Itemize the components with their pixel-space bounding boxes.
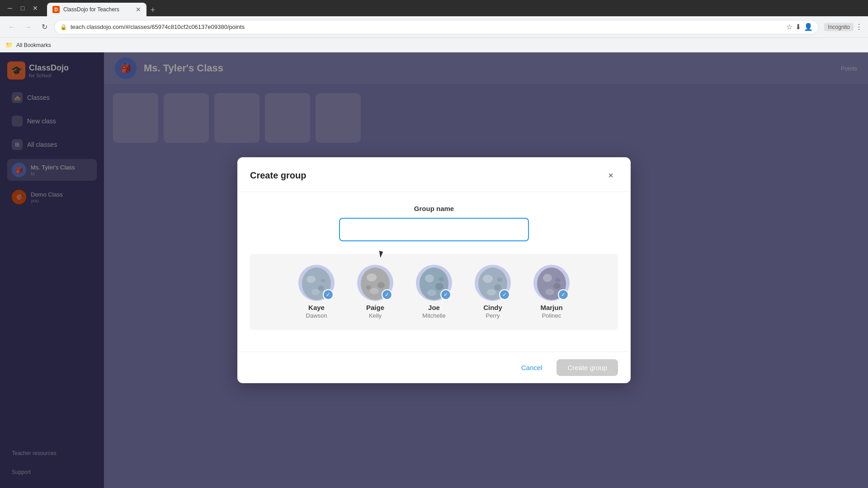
tab-bar: D ClassDojo for Teachers ✕ +: [47, 0, 159, 16]
browser-frame: ─ □ ✕ D ClassDojo for Teachers ✕ + ← → ↻…: [0, 0, 868, 488]
check-badge-marjun: ✓: [558, 289, 569, 300]
bookmarks-label[interactable]: All Bookmarks: [16, 42, 51, 48]
cancel-button[interactable]: Cancel: [514, 359, 550, 376]
modal-header: Create group ×: [237, 157, 631, 192]
group-name-label: Group name: [250, 205, 618, 212]
forward-button[interactable]: →: [22, 21, 34, 33]
address-icons: ☆ ⬇ 👤: [786, 23, 813, 31]
svg-point-12: [435, 283, 443, 290]
student-paige-first: Paige: [366, 304, 384, 311]
modal-footer: Cancel Create group: [237, 352, 631, 383]
incognito-badge: Incognito: [824, 23, 854, 31]
student-card-cindy[interactable]: ✓ Cindy Perry: [468, 265, 518, 319]
maximize-button[interactable]: □: [18, 4, 27, 13]
minimize-button[interactable]: ─: [5, 4, 14, 13]
check-badge-paige: ✓: [382, 289, 392, 300]
tab-close-icon[interactable]: ✕: [136, 6, 141, 13]
svg-point-16: [483, 275, 493, 283]
modal-title: Create group: [250, 170, 306, 181]
bookmarks-bar: 📁 All Bookmarks: [0, 38, 868, 52]
menu-icon[interactable]: ⋮: [855, 23, 863, 31]
svg-point-22: [553, 283, 561, 289]
bookmarks-folder-icon: 📁: [5, 42, 13, 48]
student-card-joe[interactable]: ✓ Joe Mitchelle: [409, 265, 459, 319]
svg-point-21: [543, 274, 552, 282]
student-kaye-first: Kaye: [308, 304, 325, 311]
student-marjun-last: Polinec: [542, 312, 561, 319]
modal-close-button[interactable]: ×: [604, 168, 618, 183]
student-avatar-cindy: ✓: [475, 265, 511, 301]
address-text: teach.classdojo.com/#/classes/65974c810c…: [71, 23, 783, 30]
nav-extras: Incognito ⋮: [824, 23, 863, 31]
create-group-modal: Create group × Group name: [237, 157, 631, 383]
modal-overlay: Create group × Group name: [0, 52, 868, 488]
student-paige-last: Kelly: [369, 312, 382, 319]
student-cindy-first: Cindy: [483, 304, 502, 311]
student-joe-first: Joe: [428, 304, 440, 311]
svg-point-9: [366, 285, 371, 290]
tab-favicon: D: [52, 6, 60, 13]
student-card-paige[interactable]: ✓ Paige Kelly: [350, 265, 400, 319]
student-kaye-last: Dawson: [306, 312, 327, 319]
svg-point-8: [370, 288, 379, 294]
check-badge-kaye: ✓: [323, 289, 334, 300]
group-name-input[interactable]: [339, 218, 529, 241]
svg-point-3: [311, 289, 320, 295]
back-button[interactable]: ←: [5, 21, 18, 33]
svg-point-24: [555, 278, 561, 282]
create-group-button[interactable]: Create group: [557, 359, 618, 376]
download-icon[interactable]: ⬇: [795, 23, 801, 31]
student-avatar-kaye: ✓: [298, 265, 335, 301]
student-card-marjun[interactable]: ✓ Marjun Polinec: [527, 265, 576, 319]
student-joe-last: Mitchelle: [422, 312, 445, 319]
student-avatar-joe: ✓: [416, 265, 452, 301]
profile-icon[interactable]: 👤: [804, 23, 813, 31]
svg-point-7: [377, 282, 385, 288]
svg-point-1: [307, 276, 316, 283]
student-avatar-marjun: ✓: [533, 265, 570, 301]
active-tab[interactable]: D ClassDojo for Teachers ✕: [47, 3, 146, 16]
content-area: 🎓 ClassDojo for School 🏫 Classes ➕ New c…: [0, 52, 868, 488]
svg-point-14: [439, 277, 444, 282]
svg-point-13: [427, 290, 436, 296]
address-bar[interactable]: 🔒 teach.classdojo.com/#/classes/65974c81…: [54, 20, 819, 34]
svg-point-23: [545, 289, 554, 295]
modal-body: Group name: [237, 192, 631, 352]
svg-point-11: [425, 274, 434, 282]
check-badge-cindy: ✓: [499, 289, 510, 300]
student-avatar-paige: ✓: [357, 265, 393, 301]
check-badge-joe: ✓: [440, 289, 451, 300]
svg-point-18: [487, 289, 496, 296]
close-button[interactable]: ✕: [31, 4, 40, 13]
nav-bar: ← → ↻ 🔒 teach.classdojo.com/#/classes/65…: [0, 16, 868, 38]
reload-button[interactable]: ↻: [38, 21, 51, 33]
star-icon[interactable]: ☆: [786, 23, 793, 31]
window-controls: ─ □ ✕: [5, 4, 40, 13]
student-cindy-last: Perry: [486, 312, 500, 319]
browser-titlebar: ─ □ ✕ D ClassDojo for Teachers ✕ +: [0, 0, 868, 16]
svg-point-4: [321, 279, 326, 282]
lock-icon: 🔒: [60, 24, 67, 30]
students-section: ✓ Kaye Dawson: [250, 254, 618, 330]
tab-title: ClassDojo for Teachers: [63, 6, 132, 13]
student-card-kaye[interactable]: ✓ Kaye Dawson: [292, 265, 341, 319]
student-marjun-first: Marjun: [540, 304, 562, 311]
svg-point-6: [367, 273, 377, 282]
svg-point-17: [494, 284, 501, 291]
new-tab-button[interactable]: +: [146, 4, 159, 16]
svg-point-19: [497, 277, 502, 282]
